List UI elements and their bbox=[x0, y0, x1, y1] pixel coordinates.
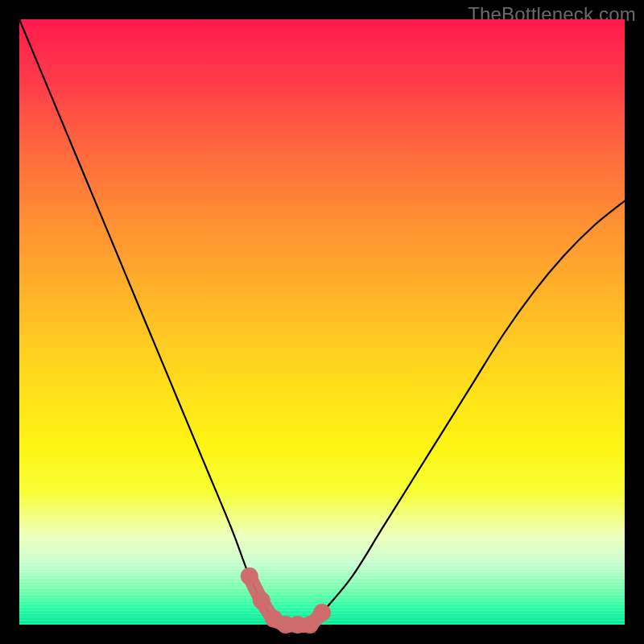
highlight-dot bbox=[277, 616, 295, 634]
highlight-dots bbox=[241, 568, 331, 634]
chart-frame: TheBottleneck.com bbox=[0, 0, 644, 644]
highlight-dot bbox=[241, 568, 258, 585]
highlight-dot bbox=[289, 616, 307, 634]
highlight-dot bbox=[313, 604, 331, 621]
highlight-dot bbox=[301, 616, 319, 634]
bottom-striping bbox=[19, 534, 625, 625]
highlight-dot bbox=[253, 592, 270, 609]
bottleneck-curve bbox=[19, 19, 625, 625]
highlight-segment bbox=[250, 576, 322, 625]
plot-area bbox=[19, 19, 625, 625]
curve-layer bbox=[19, 19, 625, 625]
highlight-dot bbox=[265, 610, 283, 628]
